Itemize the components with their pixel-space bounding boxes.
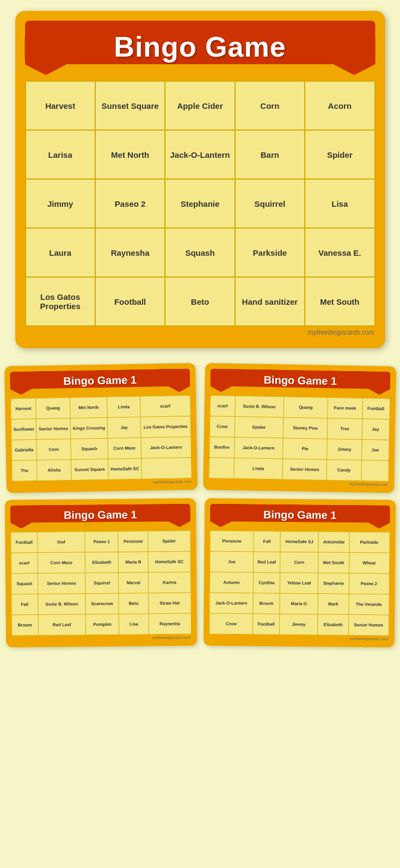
- table-cell: HomeSafe SC: [108, 458, 142, 479]
- table-cell: Gabriella: [11, 440, 37, 461]
- bottom-banner-2: Bingo Game 1: [210, 504, 390, 529]
- small-card-1: Bingo Game 1 HarvestQuangMet NorthLindas…: [4, 363, 198, 493]
- table-cell: Spider: [148, 531, 190, 552]
- table-cell: Scarecrow: [85, 593, 119, 614]
- table-cell: Senior Homes: [36, 418, 71, 439]
- table-row: AutumnCynthiaYellow LeafStephaniePaseo 2: [210, 572, 389, 594]
- table-cell: scarf: [210, 396, 235, 417]
- table-cell: Fall: [11, 594, 38, 615]
- table-cell: Alisha: [37, 459, 71, 481]
- table-cell: Autumn: [210, 572, 253, 593]
- table-cell: Spider: [305, 130, 374, 179]
- table-cell: Met North: [70, 397, 107, 418]
- table-cell: Elizabeth: [85, 552, 119, 573]
- table-cell: Hand sanitizer: [235, 277, 305, 326]
- table-cell: Met South: [318, 552, 348, 573]
- table-cell: [208, 458, 233, 479]
- table-row: LarisaMet NorthJack-O-LanternBarnSpider: [26, 130, 375, 179]
- table-cell: Crow: [210, 416, 235, 438]
- table-cell: Parkside: [235, 228, 305, 277]
- table-cell: Jay: [107, 417, 141, 438]
- table-cell: [141, 458, 192, 479]
- table-row: LauraRayneshaSquashParksideVanessa E.: [26, 228, 375, 277]
- table-cell: Fall: [253, 531, 280, 552]
- table-cell: Bonfire: [209, 437, 234, 458]
- table-cell: Corn Maze: [108, 438, 141, 459]
- table-cell: Joe: [210, 551, 253, 572]
- table-cell: Pumpkin: [85, 614, 119, 635]
- table-cell: The Veranda: [348, 594, 389, 615]
- table-cell: Squash: [11, 574, 38, 594]
- table-cell: Pensione: [118, 531, 148, 552]
- table-cell: Apple Cider: [165, 81, 235, 130]
- table-cell: Pie: [282, 438, 327, 459]
- table-cell: Barn: [235, 130, 305, 179]
- table-cell: Corn: [280, 552, 318, 573]
- table-cell: Stephanie: [165, 179, 235, 228]
- table-cell: Larisa: [26, 130, 95, 179]
- table-row: scarfSusie B. WilsonQuangFace maskFootba…: [210, 396, 389, 420]
- table-cell: Jack-O-Lantern: [234, 437, 283, 459]
- table-cell: Marvel: [119, 572, 149, 593]
- table-row: SquashSenior HomesSquirrelMarvelKarina: [11, 572, 191, 594]
- main-bingo-card: Bingo Game HarvestSunset SquareApple Cid…: [15, 11, 385, 348]
- table-cell: Broom: [253, 593, 279, 614]
- table-cell: Pensione: [210, 531, 253, 552]
- small-title-2: Bingo Game 1: [263, 374, 337, 387]
- table-cell: Sunset Square: [71, 459, 108, 480]
- table-cell: Mark: [318, 594, 348, 614]
- table-cell: Cynthia: [253, 572, 280, 593]
- table-row: PensioneFallHomeSafe SJAntoinetteParksid…: [210, 531, 389, 553]
- table-cell: Football: [253, 614, 279, 635]
- table-cell: Harvest: [11, 398, 36, 420]
- main-bingo-table: HarvestSunset SquareApple CiderCornAcorn…: [25, 81, 376, 327]
- table-cell: scarf: [140, 396, 190, 417]
- table-cell: HomeSafe SC: [148, 551, 190, 572]
- small-title-1: Bingo Game 1: [63, 374, 137, 387]
- table-cell: Elizabeth: [317, 614, 348, 635]
- table-row: TheAlishaSunset SquareHomeSafe SC: [12, 458, 192, 482]
- bottom-table-2: PensioneFallHomeSafe SJAntoinetteParksid…: [209, 531, 390, 636]
- table-cell: Quang: [36, 397, 70, 418]
- table-cell: Corn: [235, 81, 305, 130]
- table-cell: Linda: [233, 458, 282, 479]
- table-cell: Corn Maze: [38, 552, 85, 574]
- table-cell: Wheat: [348, 552, 389, 574]
- table-cell: Football: [11, 532, 38, 553]
- small-card-2: Bingo Game 1 scarfSusie B. WilsonQuangFa…: [202, 363, 396, 493]
- table-cell: Met North: [95, 130, 165, 179]
- bottom-title-2: Bingo Game 1: [263, 508, 336, 521]
- table-cell: Susie B. Wilson: [38, 594, 85, 615]
- table-cell: [361, 460, 389, 481]
- table-cell: Squash: [71, 438, 108, 459]
- table-cell: Kings Crossing: [70, 417, 108, 439]
- table-cell: Acorn: [305, 81, 374, 130]
- table-cell: Beto: [119, 593, 149, 614]
- table-cell: Yellow Leaf: [280, 572, 318, 594]
- table-cell: Beto: [165, 277, 235, 326]
- table-cell: Met South: [305, 277, 374, 326]
- table-cell: Jimmy: [279, 614, 318, 635]
- table-cell: Vanessa E.: [305, 228, 374, 277]
- table-cell: Sunset Square: [95, 81, 165, 130]
- table-cell: Parkside: [349, 532, 389, 553]
- main-banner: Bingo Game: [25, 21, 376, 75]
- table-cell: Los Gatos Properties: [26, 277, 95, 326]
- table-cell: Susie B. Wilson: [235, 396, 284, 417]
- bottom-small-cards-row: Bingo Game 1 FootballOwlPaseo 1PensioneS…: [5, 499, 395, 647]
- table-cell: Sunflower: [11, 419, 36, 440]
- table-cell: Owl: [37, 532, 85, 553]
- table-cell: Lisa: [305, 179, 374, 228]
- bottom-card-1: Bingo Game 1 FootballOwlPaseo 1PensioneS…: [5, 498, 197, 647]
- table-cell: Joe: [361, 440, 389, 461]
- table-cell: Broom: [11, 615, 38, 636]
- table-row: FootballOwlPaseo 1PensioneSpider: [11, 531, 190, 553]
- table-cell: Paseo 1: [85, 531, 119, 552]
- table-row: BonfireJack-O-LanternPieJimmyJoe: [209, 437, 389, 461]
- bottom-watermark-2: myfreebingocards.com: [208, 635, 389, 642]
- table-cell: Los Gatos Properties: [140, 416, 190, 438]
- table-cell: Stephanie: [318, 573, 348, 594]
- table-row: Jack-O-LanternBroomMaria OMarkThe Verand…: [209, 593, 389, 615]
- table-cell: Squirrel: [235, 179, 305, 228]
- table-cell: Red Leaf: [38, 614, 86, 636]
